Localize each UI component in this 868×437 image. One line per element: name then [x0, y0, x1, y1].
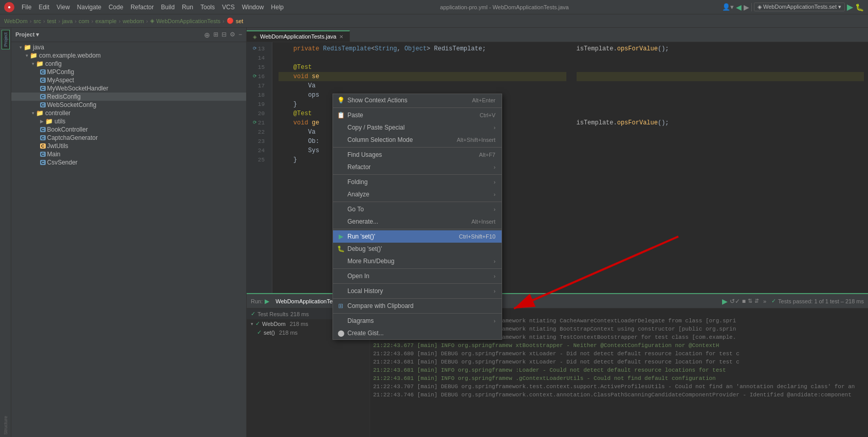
console-line-9: 21:22:43.707 [main] DEBUG org.springfram… — [373, 384, 865, 392]
breadcrumb-webdom[interactable]: WebDom — [4, 18, 28, 24]
cm-folding[interactable]: Folding › — [333, 176, 502, 188]
sidebar-project-icon[interactable]: Project — [2, 30, 10, 49]
toolbar-navigate-back-icon[interactable]: ◀ — [736, 3, 742, 11]
cm-column-selection[interactable]: Column Selection Mode Alt+Shift+Insert — [333, 134, 502, 146]
separator-9 — [333, 313, 502, 314]
breadcrumb-java[interactable]: java — [62, 18, 72, 24]
menu-edit[interactable]: Edit — [35, 3, 52, 12]
stop-icon[interactable]: ■ — [742, 298, 746, 305]
separator-2 — [333, 147, 502, 148]
project-collapse-icon[interactable]: ⊟ — [221, 31, 227, 39]
menu-build[interactable]: Build — [158, 3, 178, 12]
menu-view[interactable]: View — [53, 3, 73, 12]
toolbar-navigate-forward-icon[interactable]: ▶ — [744, 3, 749, 11]
menu-tools[interactable]: Tools — [197, 3, 218, 12]
menu-run[interactable]: Run — [179, 3, 196, 12]
tree-myaspect[interactable]: C MyAspect — [11, 76, 246, 84]
breadcrumb-class[interactable]: WebDomApplicationTests — [156, 18, 220, 24]
cm-local-history[interactable]: Local History › — [333, 285, 502, 297]
editor-tab-main[interactable]: ◈ WebDomApplicationTests.java ✕ — [247, 30, 350, 42]
tree-redisconfig[interactable]: C RedisConfig — [11, 93, 246, 101]
cm-paste[interactable]: 📋 Paste Ctrl+V — [333, 109, 502, 121]
copy-icon — [337, 124, 344, 131]
project-tree: ▾ 📁 java ▾ 📁 com.example.webdom ▾ 📁 conf… — [11, 42, 246, 437]
cm-run-set[interactable]: ▶ Run 'set()' Ctrl+Shift+F10 — [333, 230, 502, 243]
right-code-13: isTemplate.opsForValue(); — [577, 44, 864, 53]
breadcrumb-webdom2[interactable]: webdom — [123, 18, 144, 24]
right-code-20 — [577, 109, 864, 118]
sort-icon[interactable]: ⇅ — [748, 298, 752, 304]
project-close-icon[interactable]: − — [238, 31, 242, 39]
tree-mywebsockethandler[interactable]: C MyWebSocketHandler — [11, 84, 246, 93]
right-code-25 — [577, 155, 864, 165]
filter-icon[interactable]: ⇵ — [754, 298, 759, 304]
menu-bar: ● File Edit View Navigate Code Refactor … — [0, 0, 868, 14]
menu-help[interactable]: Help — [268, 3, 287, 12]
cm-create-gist[interactable]: ⬤ Create Gist... — [333, 327, 502, 339]
tree-utils[interactable]: ▶ 📁 utils — [11, 117, 246, 125]
console-line-7: 21:22:43.681 [main] INFO org.springframe… — [373, 367, 865, 375]
cm-copy-paste-special[interactable]: Copy / Paste Special › — [333, 121, 502, 134]
code-line-17: Va — [279, 81, 566, 90]
right-code-19 — [577, 100, 864, 109]
tree-csvsender[interactable]: C CsvSender — [11, 158, 246, 167]
project-add-icon[interactable]: ⊕ — [204, 31, 210, 39]
tree-bookcontroller[interactable]: C BookController — [11, 125, 246, 134]
cm-show-context-actions[interactable]: 💡 Show Context Actions Alt+Enter — [333, 94, 502, 106]
toolbar-run-config[interactable]: ◈ WebDomApplicationTests.set ▾ — [754, 3, 845, 11]
app-logo: ● — [4, 2, 14, 12]
breadcrumb-src[interactable]: src — [33, 18, 41, 24]
project-locate-icon[interactable]: ⊞ — [213, 31, 218, 39]
cm-analyze[interactable]: Analyze › — [333, 188, 502, 201]
breadcrumb-example[interactable]: example — [95, 18, 117, 24]
right-code-23 — [577, 137, 864, 146]
tab-close-icon[interactable]: ✕ — [339, 34, 343, 40]
breadcrumb-test[interactable]: test — [47, 18, 57, 24]
cm-find-usages[interactable]: Find Usages Alt+F7 — [333, 149, 502, 161]
separator-3 — [333, 174, 502, 175]
menu-code[interactable]: Code — [105, 3, 126, 12]
separator-1 — [333, 107, 502, 108]
right-code-24 — [577, 146, 864, 155]
cm-compare-clipboard[interactable]: ⊞ Compare with Clipboard — [333, 300, 502, 312]
cm-refactor[interactable]: Refactor › — [333, 161, 502, 173]
tree-controller[interactable]: ▾ 📁 controller — [11, 109, 246, 117]
sidebar-structure-icon[interactable]: Structure — [2, 414, 9, 437]
menu-window[interactable]: Window — [239, 3, 267, 12]
line-numbers: ⟳13 14 15 ⟳16 17 18 19 20 ⟳21 22 23 24 2… — [247, 42, 272, 293]
tree-java[interactable]: ▾ 📁 java — [11, 43, 246, 51]
tree-websocketconfig[interactable]: C WebSocketConfig — [11, 101, 246, 109]
line-17: 17 — [247, 81, 268, 90]
menu-file[interactable]: File — [19, 3, 34, 12]
toolbar-person-icon[interactable]: 👤▾ — [722, 3, 734, 11]
toolbar-debug-button[interactable]: 🐛 — [855, 3, 864, 11]
menu-refactor[interactable]: Refactor — [127, 3, 157, 12]
menu-vcs[interactable]: VCS — [219, 3, 238, 12]
context-menu: 💡 Show Context Actions Alt+Enter 📋 Paste… — [333, 94, 502, 340]
rerun-failed-icon[interactable]: ↺✓ — [730, 298, 740, 305]
tree-main[interactable]: C Main — [11, 150, 246, 158]
menu-navigate[interactable]: Navigate — [74, 3, 104, 12]
tree-config[interactable]: ▾ 📁 config — [11, 60, 246, 68]
tree-jwtutils[interactable]: C JwtUtils — [11, 142, 246, 150]
cm-diagrams[interactable]: Diagrams › — [333, 315, 502, 327]
cm-debug-set[interactable]: 🐛 Debug 'set()' — [333, 243, 502, 255]
cm-generate[interactable]: Generate... Alt+Insert — [333, 215, 502, 228]
line-13: ⟳13 — [247, 44, 268, 53]
github-icon: ⬤ — [337, 330, 344, 337]
project-panel-title: Project ▾ — [15, 31, 39, 38]
run-icon: ▶ — [337, 233, 344, 240]
cm-open-in[interactable]: Open In › — [333, 270, 502, 282]
tree-package[interactable]: ▾ 📁 com.example.webdom — [11, 51, 246, 60]
run-again-icon[interactable]: ▶ — [722, 297, 728, 305]
breadcrumb-com[interactable]: com — [79, 18, 89, 24]
toolbar-run-button[interactable]: ▶ — [847, 2, 853, 12]
project-settings-icon[interactable]: ⚙ — [230, 31, 235, 39]
cm-goto[interactable]: Go To › — [333, 203, 502, 215]
project-panel: Project ▾ ⊕ ⊞ ⊟ ⚙ − ▾ 📁 java ▾ 📁 com.exa… — [11, 28, 247, 437]
separator-4 — [333, 202, 502, 202]
breadcrumb-method[interactable]: set — [236, 18, 244, 24]
cm-more-run-debug[interactable]: More Run/Debug › — [333, 255, 502, 267]
tree-mpconfig[interactable]: C MPConfig — [11, 68, 246, 76]
tree-captchagenerator[interactable]: C CaptchaGenerator — [11, 134, 246, 142]
